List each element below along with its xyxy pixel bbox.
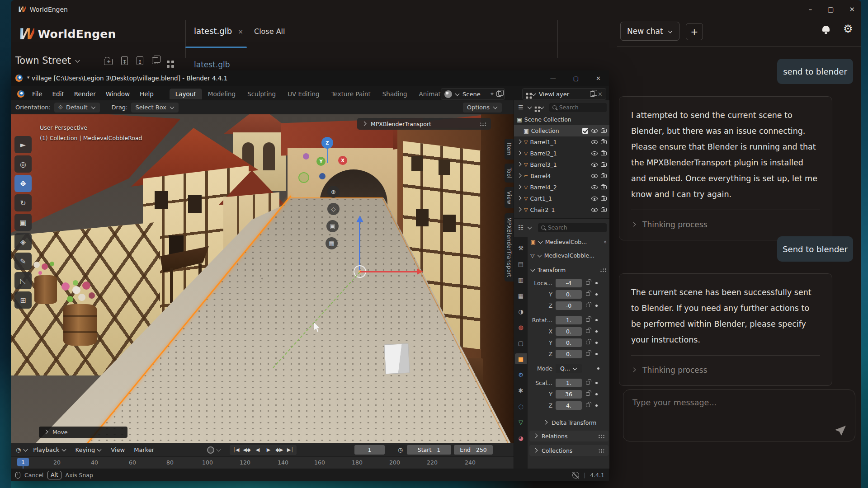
value-field[interactable]: -0 (556, 301, 582, 310)
value-field[interactable]: 36 (556, 390, 582, 399)
blender-close-button[interactable]: ✕ (596, 75, 601, 82)
send-message-icon[interactable] (835, 426, 846, 436)
nav-gizmo-y[interactable]: Y (316, 157, 326, 166)
camera-view-widget-icon[interactable]: ▣ (326, 220, 339, 232)
lock-icon[interactable] (586, 292, 590, 296)
thinking-process-toggle[interactable]: Thinking process (631, 210, 820, 233)
value-field[interactable]: -4 (556, 279, 582, 287)
collections-panel[interactable]: Collections (529, 445, 609, 456)
timeline-editor-icon[interactable]: ◔ (14, 446, 22, 453)
outliner-row[interactable]: ⌐ Barrel4 (514, 170, 609, 182)
value-field[interactable]: 0. (556, 350, 582, 358)
properties-filter-icon[interactable]: ☷ (517, 224, 525, 231)
display-mode-icon[interactable] (534, 106, 537, 108)
relations-panel[interactable]: Relations (529, 431, 609, 441)
new-folder-icon[interactable] (104, 59, 113, 65)
menu-window[interactable]: Window (101, 90, 135, 98)
workspace-tab-sculpting[interactable]: Sculpting (241, 89, 282, 99)
eye-icon[interactable] (591, 208, 598, 212)
filter-icon[interactable]: ☰ (517, 104, 525, 111)
outliner-row[interactable]: ▽ Barrel4_2 (514, 182, 609, 193)
add-cube-tool[interactable]: ⊞ (14, 291, 32, 309)
jump-to-start-icon[interactable]: ⏐◀ (231, 446, 241, 455)
camera-icon[interactable] (601, 151, 607, 155)
copy-icon[interactable] (590, 91, 595, 97)
workspace-tab-shading[interactable]: Shading (377, 89, 413, 99)
nav-gizmo-z[interactable]: Z (321, 137, 333, 149)
world-tab-icon[interactable]: ◍ (515, 322, 527, 333)
collection-tab-icon[interactable]: ▢ (515, 338, 527, 348)
value-field[interactable]: 4. (556, 401, 582, 410)
prev-keyframe-icon[interactable]: ◀◆ (241, 446, 252, 455)
data-breadcrumb[interactable]: ▽ MedievalCobble... (528, 250, 609, 261)
z-axis-handle[interactable] (359, 222, 360, 271)
notifications-bell-icon[interactable] (821, 26, 830, 34)
camera-icon[interactable] (601, 185, 607, 189)
export-file-icon[interactable] (137, 56, 143, 65)
add-chat-button[interactable]: + (686, 23, 703, 40)
nav-gizmo-x[interactable]: X (338, 156, 347, 165)
outliner-row-collection[interactable]: ▣ Collection (514, 125, 609, 136)
animate-dot-icon[interactable] (595, 319, 598, 321)
object-breadcrumb[interactable]: ▣ MedievalCob... ⌖ (528, 236, 609, 248)
start-frame-field[interactable]: Start1 (407, 445, 451, 455)
animate-dot-icon[interactable] (595, 293, 598, 296)
timeline-ruler[interactable]: 1 20 40 60 80 100 120 140 160 180 200 22… (11, 456, 514, 469)
data-tab-icon[interactable]: ▽ (515, 417, 527, 427)
eye-icon[interactable] (591, 163, 598, 167)
tool-tab-icon[interactable]: ⚒ (515, 243, 527, 253)
mpx-transport-panel[interactable]: MPXBlenderTransport (357, 118, 491, 130)
scene-tab-icon[interactable]: ◑ (515, 306, 527, 317)
eye-icon[interactable] (591, 174, 598, 178)
playback-menu[interactable]: Playback (29, 446, 70, 453)
view-menu[interactable]: View (107, 446, 129, 453)
view-layer-tab-icon[interactable]: ▦ (515, 290, 527, 301)
eye-icon[interactable] (591, 151, 598, 155)
orientation-default-dropdown[interactable]: ⟐ Default (54, 103, 100, 113)
lock-icon[interactable] (586, 352, 590, 356)
scene-selector[interactable]: Scene ⌖ (441, 88, 505, 100)
physics-tab-icon[interactable]: ◌ (515, 401, 527, 412)
object-tab-icon[interactable]: ■ (515, 353, 527, 364)
lock-icon[interactable] (586, 304, 590, 307)
sidebar-tab-item[interactable]: Item (505, 139, 514, 160)
grid-widget-icon[interactable]: ▦ (326, 237, 338, 249)
marker-menu[interactable]: Marker (130, 446, 158, 453)
play-icon[interactable]: ▶ (263, 446, 274, 455)
sidebar-tab-view[interactable]: View (505, 187, 514, 208)
outliner-row[interactable]: ▽ Barrel1_1 (514, 136, 609, 148)
keying-menu[interactable]: Keying (71, 446, 106, 453)
particles-tab-icon[interactable]: ✱ (515, 385, 527, 396)
animate-dot-icon[interactable] (595, 305, 598, 307)
next-keyframe-icon[interactable]: ◆▶ (274, 446, 285, 455)
lock-icon[interactable] (586, 318, 590, 322)
zoom-widget-icon[interactable]: ⊕ (327, 186, 340, 198)
lock-icon[interactable] (586, 392, 590, 396)
animate-dot-icon[interactable] (595, 382, 598, 384)
workspace-tab-uv-editing[interactable]: UV Editing (282, 89, 325, 99)
camera-icon[interactable] (601, 197, 607, 201)
rotate-tool[interactable]: ↻ (14, 194, 32, 211)
prev-frame-icon[interactable]: ◀ (252, 446, 263, 455)
output-tab-icon[interactable]: ▥ (515, 274, 527, 285)
app-minimize-button[interactable]: – (809, 5, 812, 14)
view-layer-selector[interactable]: ViewLayer ✕ (522, 88, 606, 100)
modifiers-tab-icon[interactable]: ⚙ (515, 369, 527, 380)
blender-minimize-button[interactable]: — (550, 75, 556, 82)
lock-icon[interactable] (586, 381, 590, 385)
new-chat-button[interactable]: New chat (620, 22, 679, 41)
workspace-tab-layout[interactable]: Layout (170, 89, 202, 99)
eye-icon[interactable] (591, 140, 598, 144)
camera-icon[interactable] (601, 129, 607, 133)
chat-input[interactable]: Type your message... (623, 389, 855, 441)
x-axis-handle[interactable] (360, 271, 418, 272)
pan-widget-icon[interactable]: ◇ (327, 203, 340, 215)
outliner-row[interactable]: ▽ Barrel3_1 (514, 159, 609, 170)
value-field[interactable]: 1. (556, 316, 582, 324)
close-all-button[interactable]: Close All (254, 27, 285, 36)
move-tool[interactable]: ↔↕ (14, 175, 32, 192)
close-icon[interactable]: ✕ (598, 91, 603, 98)
menu-edit[interactable]: Edit (47, 90, 69, 98)
transform-panel-header[interactable]: Transform (528, 264, 609, 276)
sidebar-tab-tool[interactable]: Tool (505, 164, 514, 183)
